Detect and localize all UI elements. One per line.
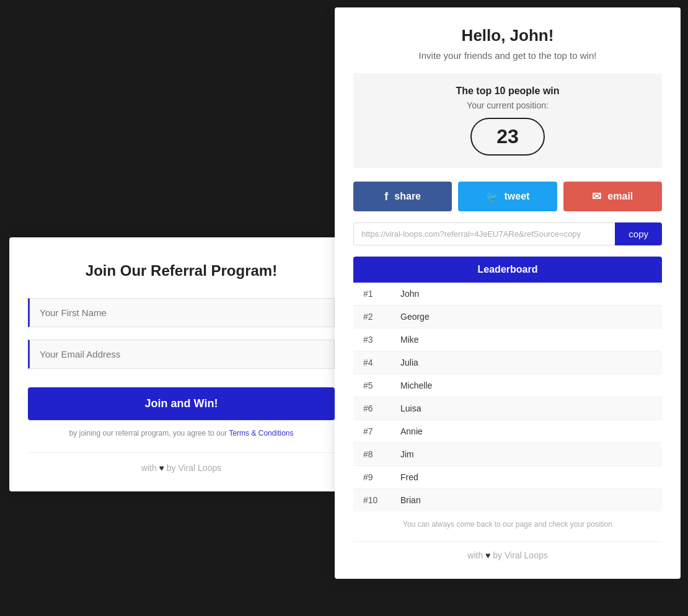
lb-rank: #5: [363, 381, 400, 390]
lb-rank: #3: [363, 335, 400, 345]
referral-panel: Hello, John! Invite your friends and get…: [335, 7, 681, 579]
lb-name: Julia: [400, 358, 652, 367]
twitter-share-button[interactable]: 🐦 tweet: [458, 182, 557, 211]
heart-icon: ♥: [159, 463, 167, 473]
lb-rank: #6: [363, 403, 400, 413]
join-button[interactable]: Join and Win!: [28, 387, 335, 420]
facebook-share-button[interactable]: f share: [353, 182, 452, 211]
lb-name: Jim: [400, 449, 652, 459]
terms-link[interactable]: Terms & Conditions: [229, 429, 293, 438]
leaderboard-footer: You can always come back to our page and…: [353, 511, 662, 535]
leaderboard-row: #9 Fred: [353, 466, 662, 489]
leaderboard-row: #3 Mike: [353, 328, 662, 351]
position-label: Your current position:: [366, 100, 650, 110]
lb-name: Brian: [400, 495, 652, 505]
leaderboard-row: #4 Julia: [353, 351, 662, 374]
lb-name: Mike: [400, 335, 652, 345]
twitter-label: tweet: [505, 191, 530, 202]
lb-rank: #7: [363, 426, 400, 436]
leaderboard-row: #7 Annie: [353, 420, 662, 443]
leaderboard-header: Leaderboard: [353, 257, 662, 283]
lb-rank: #2: [363, 312, 400, 322]
copy-button[interactable]: copy: [615, 222, 662, 245]
share-buttons: f share 🐦 tweet ✉ email: [353, 182, 662, 211]
email-input[interactable]: [28, 340, 335, 369]
email-share-button[interactable]: ✉ email: [563, 182, 662, 211]
lb-name: George: [400, 312, 652, 322]
referral-link-row: copy: [353, 222, 662, 245]
first-name-group: [28, 298, 335, 327]
lb-rank: #1: [363, 289, 400, 299]
leaderboard-row: #8 Jim: [353, 443, 662, 466]
first-name-input[interactable]: [28, 298, 335, 327]
join-title: Join Our Referral Program!: [28, 262, 335, 279]
lb-rank: #9: [363, 472, 400, 482]
leaderboard-row: #5 Michelle: [353, 374, 662, 397]
lb-name: John: [400, 289, 652, 299]
position-box: The top 10 people win Your current posit…: [353, 73, 662, 168]
heart-icon-referral: ♥: [485, 550, 493, 560]
lb-name: Fred: [400, 472, 652, 482]
leaderboard-row: #1 John: [353, 283, 662, 306]
join-footer: with ♥ by Viral Loops: [28, 452, 335, 473]
referral-subtitle: Invite your friends and get to the top t…: [353, 50, 662, 61]
email-group: [28, 340, 335, 369]
leaderboard-row: #10 Brian: [353, 489, 662, 511]
leaderboard-row: #6 Luisa: [353, 397, 662, 420]
facebook-label: share: [394, 191, 421, 202]
lb-name: Annie: [400, 426, 652, 436]
leaderboard-rows: #1 John #2 George #3 Mike #4 Julia #5 Mi…: [353, 283, 662, 511]
referral-url-input[interactable]: [353, 222, 615, 245]
referral-title: Hello, John!: [353, 26, 662, 45]
position-number: 23: [470, 118, 545, 156]
email-icon: ✉: [592, 190, 601, 203]
email-label: email: [607, 191, 633, 202]
lb-name: Luisa: [400, 403, 652, 413]
join-panel: Join Our Referral Program! Join and Win!…: [9, 237, 353, 491]
lb-name: Michelle: [400, 381, 652, 390]
facebook-icon: f: [384, 190, 388, 203]
twitter-icon: 🐦: [486, 191, 498, 203]
lb-rank: #10: [363, 495, 400, 505]
referral-footer: with ♥ by Viral Loops: [353, 541, 662, 560]
top-box-title: The top 10 people win: [366, 86, 650, 97]
terms-text: by joining our referral program, you agr…: [28, 429, 335, 438]
leaderboard: Leaderboard #1 John #2 George #3 Mike #4…: [353, 257, 662, 511]
leaderboard-row: #2 George: [353, 306, 662, 328]
lb-rank: #8: [363, 449, 400, 459]
lb-rank: #4: [363, 358, 400, 367]
